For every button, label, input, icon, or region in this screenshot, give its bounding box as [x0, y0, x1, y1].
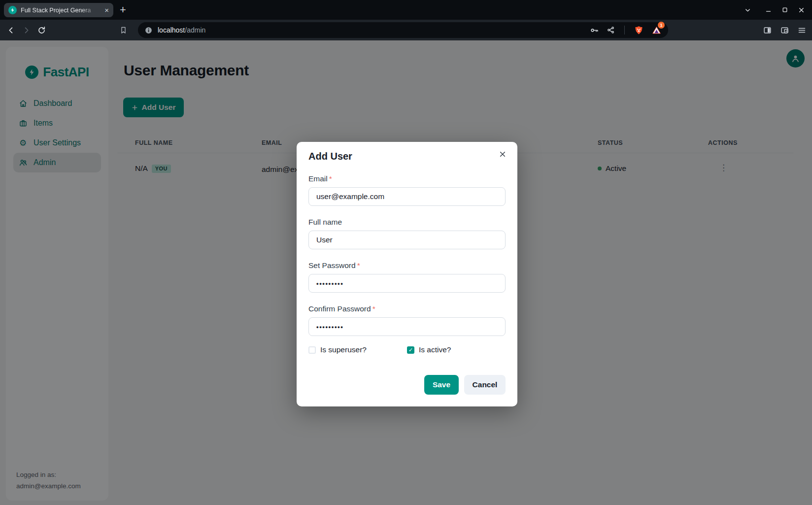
share-icon[interactable] [607, 26, 615, 34]
bookmark-icon [119, 26, 128, 34]
brave-shield-icon [634, 25, 644, 35]
set-password-input[interactable] [308, 274, 506, 293]
set-password-label: Set Password* [308, 261, 506, 270]
checkbox-row: ✓ Is superuser? ✓ Is active? [308, 345, 506, 354]
browser-tab[interactable]: Full Stack Project Genera × [4, 3, 113, 17]
required-marker: * [329, 174, 332, 183]
url-bar-actions: 1 [590, 25, 662, 35]
tab-strip: Full Stack Project Genera × + [0, 0, 812, 20]
toolbar-right [763, 26, 807, 35]
reload-icon [37, 26, 46, 35]
url-text: localhost/admin [158, 26, 205, 34]
browser-window: Full Stack Project Genera × + [0, 0, 812, 505]
password-key-icon[interactable] [590, 26, 599, 35]
email-field-group: Email* [308, 174, 506, 206]
fastapi-favicon-icon [8, 6, 17, 14]
menu-button[interactable] [797, 26, 807, 35]
rewards-badge: 1 [658, 22, 665, 29]
confirm-password-input[interactable] [308, 317, 506, 336]
window-controls [744, 0, 805, 20]
bookmark-icon[interactable] [119, 26, 128, 34]
is-active-checkbox[interactable]: ✓ Is active? [407, 345, 506, 354]
key-icon [590, 26, 599, 35]
wallet-button[interactable] [780, 26, 789, 35]
email-input[interactable] [308, 187, 506, 206]
full-name-field-group: Full name [308, 218, 506, 249]
brave-shield-icon[interactable] [634, 25, 644, 35]
save-button[interactable]: Save [424, 375, 459, 395]
site-info-icon[interactable] [144, 26, 153, 34]
tab-close-button[interactable]: × [103, 6, 110, 14]
modal-close-button[interactable] [497, 148, 508, 160]
modal-title: Add User [308, 151, 506, 163]
cancel-button[interactable]: Cancel [464, 375, 506, 395]
add-user-modal: Add User Email* Full name Set Password* … [297, 142, 517, 406]
minimize-button[interactable] [765, 6, 772, 14]
url-host: localhost [158, 26, 185, 34]
new-tab-button[interactable]: + [120, 0, 126, 20]
is-superuser-label: Is superuser? [320, 345, 367, 354]
reload-button[interactable] [37, 26, 46, 35]
confirm-password-label: Confirm Password* [308, 304, 506, 313]
required-marker: * [357, 261, 360, 269]
set-password-field-group: Set Password* [308, 261, 506, 293]
modal-buttons: Save Cancel [308, 375, 506, 395]
url-path: /admin [185, 26, 205, 34]
split-view-button[interactable] [763, 26, 772, 35]
maximize-icon [781, 6, 788, 13]
full-name-label: Full name [308, 218, 506, 227]
tab-search-button[interactable] [744, 6, 751, 14]
chevron-left-icon [6, 26, 16, 35]
brave-rewards-button[interactable]: 1 [651, 25, 662, 35]
minimize-icon [765, 6, 772, 14]
close-icon [798, 6, 805, 14]
hamburger-menu-icon [797, 26, 807, 35]
is-active-label: Is active? [419, 345, 451, 354]
close-icon [499, 150, 507, 158]
confirm-password-field-group: Confirm Password* [308, 304, 506, 336]
chevron-right-icon [22, 26, 31, 35]
split-view-icon [763, 26, 772, 35]
chevron-down-icon [744, 6, 751, 14]
email-label: Email* [308, 174, 506, 183]
forward-button[interactable] [22, 26, 31, 35]
full-name-input[interactable] [308, 231, 506, 249]
browser-toolbar: localhost/admin 1 [0, 20, 812, 40]
share-icon [607, 26, 615, 34]
back-button[interactable] [6, 26, 16, 35]
url-bar[interactable]: localhost/admin 1 [138, 22, 668, 38]
required-marker: * [372, 304, 375, 313]
checkbox-icon[interactable]: ✓ [308, 346, 316, 354]
tab-title: Full Stack Project Genera [21, 7, 100, 14]
checkbox-icon[interactable]: ✓ [407, 346, 414, 354]
maximize-button[interactable] [781, 6, 788, 13]
divider [624, 26, 625, 34]
page-viewport: FastAPI Dashboard Items ⚙ User [0, 40, 812, 505]
wallet-icon [780, 26, 789, 35]
is-superuser-checkbox[interactable]: ✓ Is superuser? [308, 345, 407, 354]
info-icon [144, 26, 153, 34]
close-window-button[interactable] [798, 6, 805, 14]
